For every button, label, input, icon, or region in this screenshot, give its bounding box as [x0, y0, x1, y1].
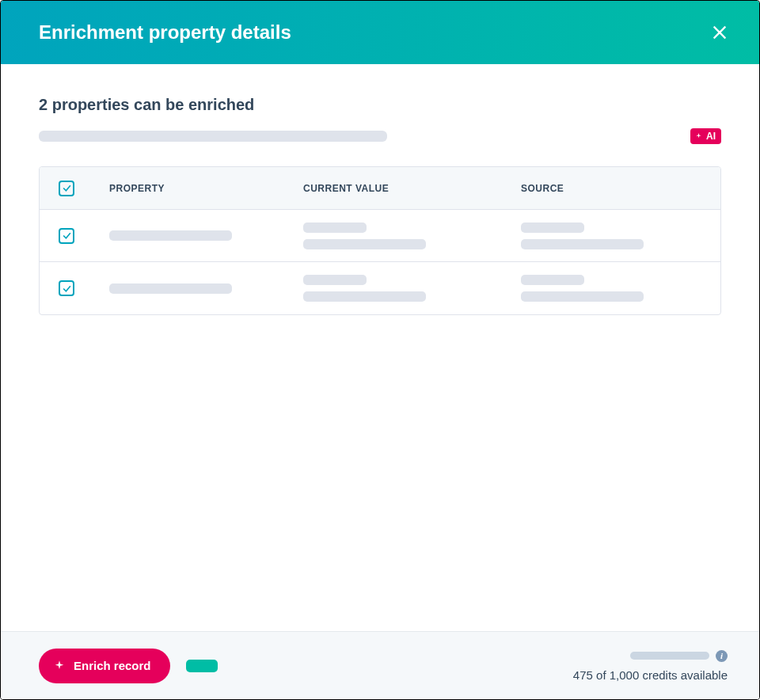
check-icon [62, 183, 72, 193]
description-row: AI [39, 128, 721, 144]
footer-right: i 475 of 1,000 credits available [573, 650, 728, 682]
column-source: SOURCE [521, 183, 701, 194]
row-checkbox[interactable] [59, 280, 74, 296]
secondary-pill[interactable] [186, 660, 218, 672]
source-placeholder [521, 291, 644, 302]
check-icon [62, 283, 72, 294]
footer-left: Enrich record [39, 649, 218, 683]
table-row [40, 210, 720, 262]
row-checkbox[interactable] [59, 228, 74, 244]
ai-badge: AI [690, 128, 721, 144]
modal-title: Enrichment property details [39, 21, 291, 44]
table-header: PROPERTY CURRENT VALUE SOURCE [40, 167, 720, 210]
value-placeholder [303, 223, 367, 233]
property-placeholder [109, 230, 232, 241]
enrich-record-button[interactable]: Enrich record [39, 649, 170, 683]
column-current-value: CURRENT VALUE [303, 183, 521, 194]
modal-footer: Enrich record i 475 of 1,000 credits ava… [1, 631, 759, 699]
enrichment-modal: Enrichment property details 2 properties… [0, 0, 760, 700]
sparkle-icon [694, 132, 703, 141]
footer-info-row: i [630, 650, 728, 662]
value-placeholder [303, 239, 426, 249]
description-placeholder [39, 131, 387, 142]
select-all-checkbox[interactable] [59, 181, 74, 196]
source-placeholder [521, 223, 584, 233]
info-icon[interactable]: i [716, 650, 728, 662]
close-button[interactable] [709, 21, 731, 44]
value-placeholder [303, 275, 367, 285]
credits-available: 475 of 1,000 credits available [573, 668, 728, 682]
modal-body: 2 properties can be enriched AI PROPERTY… [1, 64, 759, 631]
footer-placeholder [630, 652, 709, 660]
ai-badge-label: AI [706, 131, 716, 142]
source-placeholder [521, 275, 584, 285]
table-row [40, 262, 720, 314]
column-property: PROPERTY [109, 183, 303, 194]
properties-table: PROPERTY CURRENT VALUE SOURCE [39, 166, 721, 315]
close-icon [711, 24, 728, 41]
enrichable-count: 2 properties can be enriched [39, 96, 721, 114]
property-placeholder [109, 283, 232, 294]
value-placeholder [303, 291, 426, 302]
source-placeholder [521, 239, 644, 249]
enrich-button-label: Enrich record [74, 659, 151, 672]
sparkle-icon [53, 660, 66, 672]
check-icon [62, 230, 72, 241]
modal-header: Enrichment property details [1, 1, 759, 64]
